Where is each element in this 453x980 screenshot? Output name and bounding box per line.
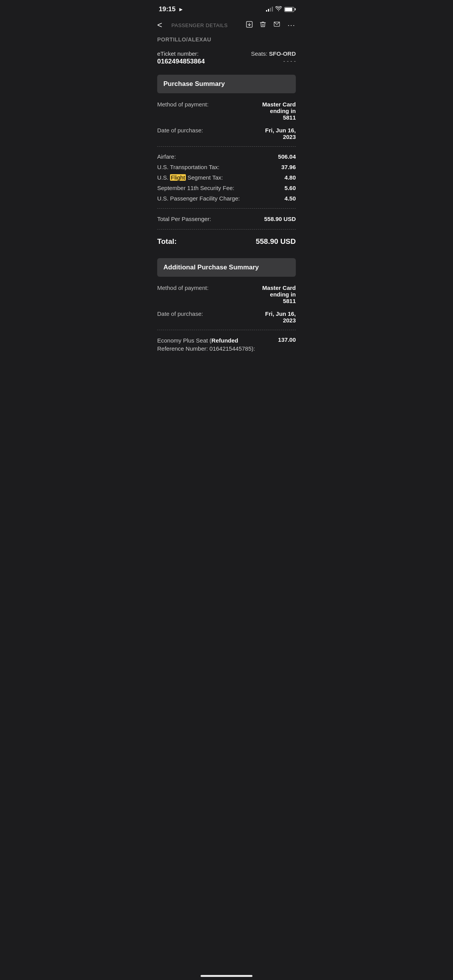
grand-total-value: 558.90 USD (256, 237, 296, 246)
route-value: SFO-ORD (269, 50, 296, 57)
payment-method-label: Method of payment: (157, 101, 226, 108)
eticket-left: eTicket number: 0162494853864 (157, 50, 205, 65)
date-purchase-label: Date of purchase: (157, 127, 226, 134)
purchase-info-section: Method of payment: Master Cardending in5… (157, 93, 296, 143)
flight-segment-tax-label: U.S. Flight Segment Tax: (157, 174, 269, 181)
transportation-tax-value: 37.96 (269, 164, 296, 170)
date-purchase-value: Fri, Jun 16,2023 (226, 127, 296, 140)
eticket-number: 0162494853864 (157, 58, 205, 65)
grand-total-row: Total: 558.90 USD (157, 233, 296, 252)
transportation-tax-row: U.S. Transportation Tax: 37.96 (157, 162, 296, 172)
flight-segment-tax-value: 4.80 (269, 174, 296, 181)
status-bar: 19:15 ► (151, 0, 302, 15)
facility-charge-value: 4.50 (269, 195, 296, 202)
additional-info-section: Method of payment: Master Cardending in5… (157, 277, 296, 327)
flight-segment-tax-row: U.S. Flight Segment Tax: 4.80 (157, 172, 296, 183)
line-items: Airfare: 506.04 U.S. Transportation Tax:… (157, 150, 296, 205)
status-icons (266, 6, 294, 12)
nav-bar: < Passenger Details ⋯ (151, 15, 302, 35)
transportation-tax-label: U.S. Transportation Tax: (157, 164, 269, 170)
total-per-passenger-row: Total Per Passenger: 558.90 USD (157, 212, 296, 226)
passenger-name: PORTILLO/ALEXAU (157, 36, 296, 43)
signal-icon (266, 7, 273, 12)
economy-plus-label: Economy Plus Seat (Refunded Reference Nu… (157, 336, 269, 353)
add-date-purchase-row: Date of purchase: Fri, Jun 16,2023 (157, 307, 296, 327)
add-payment-method-label: Method of payment: (157, 284, 226, 291)
economy-plus-value: 137.00 (269, 336, 296, 343)
divider-1 (157, 146, 296, 147)
total-per-passenger-value: 558.90 USD (264, 216, 296, 222)
facility-charge-label: U.S. Passenger Facility Charge: (157, 195, 269, 202)
eticket-row: eTicket number: 0162494853864 Seats: SFO… (157, 46, 296, 69)
wifi-icon (275, 6, 282, 12)
add-payment-method-row: Method of payment: Master Cardending in5… (157, 281, 296, 307)
facility-charge-row: U.S. Passenger Facility Charge: 4.50 (157, 193, 296, 204)
additional-summary-title: Additional Purchase Summary (163, 264, 290, 271)
additional-summary-header: Additional Purchase Summary (157, 258, 296, 277)
main-content: eTicket number: 0162494853864 Seats: SFO… (151, 46, 302, 363)
add-payment-method-value: Master Cardending in5811 (226, 284, 296, 304)
payment-method-value: Master Cardending in5811 (226, 101, 296, 121)
trash-icon[interactable] (259, 21, 266, 30)
seat-numbers: - - - - (251, 58, 296, 64)
airfare-row: Airfare: 506.04 (157, 151, 296, 162)
more-options-icon[interactable]: ⋯ (287, 21, 296, 30)
total-per-passenger-label: Total Per Passenger: (157, 216, 211, 222)
divider-2 (157, 208, 296, 209)
divider-3 (157, 229, 296, 230)
airfare-value: 506.04 (269, 153, 296, 160)
status-time: 19:15 ► (159, 5, 184, 13)
eticket-label: eTicket number: (157, 50, 205, 57)
add-date-purchase-label: Date of purchase: (157, 310, 226, 317)
download-icon[interactable] (245, 21, 253, 30)
divider-4 (157, 330, 296, 330)
purchase-summary-title: Purchase Summary (163, 80, 290, 88)
passenger-name-header: PORTILLO/ALEXAU (151, 35, 302, 46)
battery-icon (284, 7, 294, 12)
date-purchase-row: Date of purchase: Fri, Jun 16,2023 (157, 124, 296, 143)
additional-purchase-section: Additional Purchase Summary Method of pa… (157, 258, 296, 363)
airfare-label: Airfare: (157, 153, 269, 160)
purchase-summary-header: Purchase Summary (157, 75, 296, 93)
eticket-right: Seats: SFO-ORD - - - - (251, 50, 296, 64)
economy-plus-row: Economy Plus Seat (Refunded Reference Nu… (157, 333, 296, 356)
grand-total-label: Total: (157, 237, 177, 246)
mail-icon[interactable] (273, 21, 281, 29)
security-fee-value: 5.60 (269, 185, 296, 191)
nav-actions: ⋯ (245, 21, 296, 30)
add-date-purchase-value: Fri, Jun 16,2023 (226, 310, 296, 324)
security-fee-label: September 11th Security Fee: (157, 185, 269, 191)
seats-label: Seats: SFO-ORD (251, 50, 296, 57)
payment-method-row: Method of payment: Master Cardending in5… (157, 98, 296, 124)
security-fee-row: September 11th Security Fee: 5.60 (157, 183, 296, 193)
nav-title: Passenger Details (154, 22, 245, 28)
